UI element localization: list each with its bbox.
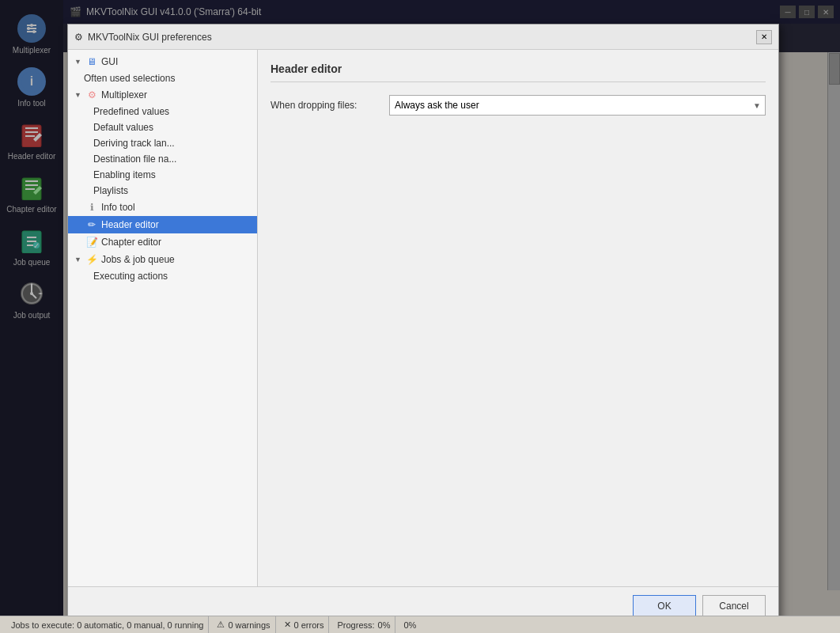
dialog-titlebar-left: ⚙ MKVToolNix GUI preferences (74, 32, 212, 43)
tree-item-jobs[interactable]: ▼ ⚡ Jobs & job queue (68, 251, 257, 268)
tree-label-info-tool: Info tool (101, 202, 135, 213)
progress-label: Progress: (337, 620, 374, 630)
tree-item-executing[interactable]: Executing actions (68, 268, 257, 284)
tree-label-executing: Executing actions (93, 271, 168, 282)
status-progress: Progress: 0% (332, 616, 395, 633)
dialog-titlebar-controls: ✕ (756, 30, 772, 44)
header-editor-tree-icon: ✏ (85, 218, 98, 231)
tree-label-default-values: Default values (93, 122, 153, 133)
error-icon: ✕ (284, 620, 291, 630)
tree-item-predefined[interactable]: Predefined values (68, 104, 257, 119)
tree-label-destination: Destination file na... (93, 154, 176, 165)
tree-panel: ▼ 🖥 GUI Often used selections ▼ ⚙ Multip… (68, 50, 258, 586)
dialog-close-button[interactable]: ✕ (756, 30, 772, 44)
tree-item-info-tool[interactable]: ℹ Info tool (68, 199, 257, 216)
warning-icon: ⚠ (217, 620, 225, 630)
when-dropping-label: When dropping files: (271, 100, 381, 111)
when-dropping-row: When dropping files: Always ask the user… (271, 95, 766, 116)
tree-item-destination[interactable]: Destination file na... (68, 151, 257, 167)
tree-label-predefined: Predefined values (93, 106, 169, 117)
tree-item-playlists[interactable]: Playlists (68, 183, 257, 199)
tree-label-enabling: Enabling items (93, 169, 156, 180)
tree-label-deriving: Deriving track lan... (93, 138, 175, 149)
chapter-editor-tree-icon: 📝 (85, 236, 98, 248)
tree-item-deriving[interactable]: Deriving track lan... (68, 135, 257, 151)
info-tool-tree-icon: ℹ (85, 201, 98, 214)
dialog-content: ▼ 🖥 GUI Often used selections ▼ ⚙ Multip… (68, 50, 778, 586)
cancel-button[interactable]: Cancel (702, 595, 766, 617)
tree-label-jobs: Jobs & job queue (101, 254, 175, 265)
expand-icon-multiplexer: ▼ (74, 91, 84, 99)
tree-label-multiplexer: Multiplexer (101, 89, 147, 100)
jobs-tree-icon: ⚡ (85, 253, 98, 266)
ok-button[interactable]: OK (633, 595, 696, 617)
tree-label-chapter-editor: Chapter editor (101, 237, 161, 248)
section-title: Header editor (271, 63, 766, 82)
dialog-title: MKVToolNix GUI preferences (88, 32, 212, 43)
preferences-dialog: ⚙ MKVToolNix GUI preferences ✕ ▼ 🖥 GUI O… (67, 24, 779, 625)
statusbar: Jobs to execute: 0 automatic, 0 manual, … (0, 616, 840, 633)
tree-label-gui: GUI (101, 56, 118, 67)
status-jobs: Jobs to execute: 0 automatic, 0 manual, … (6, 616, 209, 633)
tree-item-default-values[interactable]: Default values (68, 119, 257, 135)
when-dropping-select-wrapper: Always ask the user Add as new files Add… (389, 95, 766, 116)
status-warnings-text: 0 warnings (228, 620, 270, 630)
multiplexer-tree-icon: ⚙ (85, 89, 98, 101)
when-dropping-select[interactable]: Always ask the user Add as new files Add… (389, 95, 766, 116)
expand-icon-gui: ▼ (74, 58, 84, 66)
tree-label-playlists: Playlists (93, 185, 128, 196)
status-errors: ✕ 0 errors (279, 616, 330, 633)
right-value: 0% (403, 620, 416, 630)
expand-icon-jobs: ▼ (74, 256, 84, 263)
status-warnings: ⚠ 0 warnings (212, 616, 275, 633)
tree-label-header-editor: Header editor (101, 219, 159, 230)
tree-item-gui[interactable]: ▼ 🖥 GUI (68, 53, 257, 70)
dialog-titlebar: ⚙ MKVToolNix GUI preferences ✕ (68, 25, 778, 50)
status-errors-text: 0 errors (294, 620, 324, 630)
status-right-value: 0% (399, 616, 421, 633)
status-jobs-text: Jobs to execute: 0 automatic, 0 manual, … (11, 620, 203, 630)
tree-item-often-used[interactable]: Often used selections (68, 70, 257, 86)
progress-value: 0% (378, 620, 391, 630)
tree-item-multiplexer[interactable]: ▼ ⚙ Multiplexer (68, 86, 257, 104)
right-panel: Header editor When dropping files: Alway… (258, 50, 778, 586)
tree-item-header-editor[interactable]: ✏ Header editor (68, 216, 257, 233)
tree-item-enabling[interactable]: Enabling items (68, 167, 257, 183)
tree-item-chapter-editor[interactable]: 📝 Chapter editor (68, 233, 257, 251)
gui-icon: 🖥 (85, 55, 98, 68)
dialog-title-icon: ⚙ (74, 32, 83, 43)
tree-label-often-used: Often used selections (84, 73, 175, 84)
